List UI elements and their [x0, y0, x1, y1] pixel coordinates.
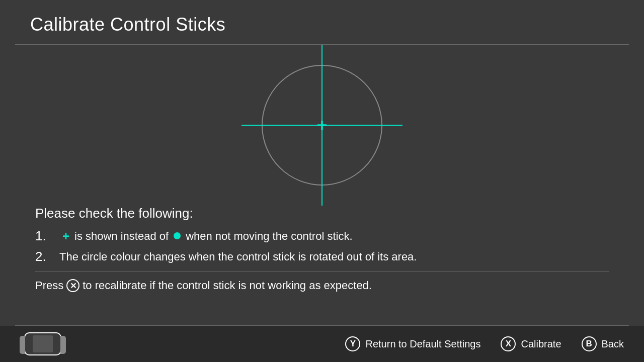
action-calibrate-label: Calibrate — [521, 338, 561, 350]
crosshair-vertical — [321, 45, 323, 206]
y-button-icon: Y — [345, 336, 360, 351]
instructions-section: Please check the following: 1. + is show… — [35, 201, 609, 292]
check-heading: Please check the following: — [35, 206, 609, 221]
circle-container — [262, 65, 382, 186]
mid-divider — [35, 272, 609, 272]
check-number-1: 1. — [35, 228, 55, 244]
cyan-dot-symbol — [174, 232, 181, 239]
action-return-defaults-label: Return to Default Settings — [365, 338, 480, 350]
item1-after-text: when not moving the control stick. — [186, 230, 352, 243]
x-button-icon: ✕ — [66, 279, 79, 292]
recalibrate-after: to recalibrate if the control stick is n… — [83, 279, 372, 292]
item1-middle-text: is shown instead of — [74, 230, 169, 243]
action-return-defaults[interactable]: Y Return to Default Settings — [345, 336, 480, 351]
x-button-action-icon: X — [501, 336, 516, 351]
bottom-bar: Y Return to Default Settings X Calibrate… — [0, 326, 644, 362]
action-back-label: Back — [602, 338, 624, 350]
check-item-1: 1. + is shown instead of when not moving… — [35, 228, 609, 244]
switch-device-icon — [20, 331, 65, 356]
b-button-icon: B — [582, 336, 597, 351]
check-item-2: 2. The circle colour changes when the co… — [35, 249, 609, 264]
page-title: Calibrate Control Sticks — [0, 0, 644, 44]
recalibrate-before: Press — [35, 279, 63, 292]
plus-symbol: + — [62, 229, 69, 243]
item2-text: The circle colour changes when the contr… — [59, 250, 417, 263]
action-back[interactable]: B Back — [582, 336, 624, 351]
action-calibrate[interactable]: X Calibrate — [501, 336, 561, 351]
recalibrate-notice: Press ✕ to recalibrate if the control st… — [35, 279, 609, 292]
main-content: Please check the following: 1. + is show… — [0, 45, 644, 292]
bottom-actions: Y Return to Default Settings X Calibrate… — [345, 336, 624, 351]
check-number-2: 2. — [35, 249, 55, 264]
